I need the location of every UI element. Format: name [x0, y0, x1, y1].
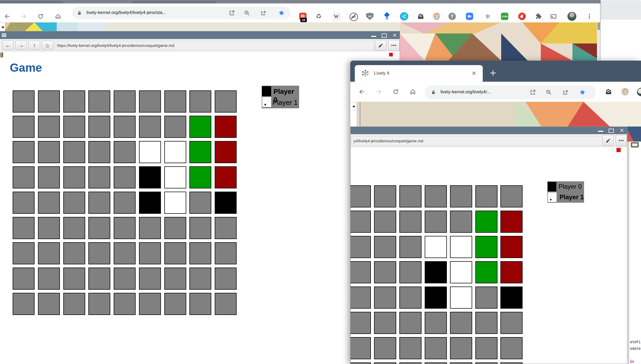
board-cell[interactable] — [215, 268, 237, 290]
board-cell[interactable] — [475, 337, 498, 359]
board-cell[interactable] — [189, 242, 211, 264]
chrome-menu-icon[interactable] — [588, 13, 591, 20]
board-cell[interactable] — [399, 287, 422, 309]
forward-icon[interactable] — [20, 13, 27, 20]
extensions-puzzle-icon[interactable] — [535, 13, 542, 20]
lively2-url-field[interactable]: y4/lively4-jens/demos/croquet/game.md — [351, 136, 604, 145]
board-cell[interactable] — [139, 192, 161, 214]
board-cell[interactable] — [13, 242, 35, 264]
board-cell[interactable] — [164, 217, 186, 239]
board-cell[interactable] — [399, 261, 422, 283]
chrome2-tab[interactable]: Lively 4 — [355, 65, 483, 82]
board-cell[interactable] — [63, 242, 85, 264]
board-cell[interactable] — [13, 141, 35, 163]
board-cell[interactable] — [500, 312, 523, 334]
board-cell[interactable] — [374, 236, 396, 258]
sidebar-flap[interactable]: ◀ — [350, 102, 357, 110]
board-cell[interactable] — [399, 362, 422, 364]
reload-icon[interactable] — [393, 89, 399, 95]
board-cell[interactable] — [475, 287, 498, 309]
board-cell[interactable] — [215, 217, 237, 239]
board-cell[interactable] — [374, 211, 396, 233]
board-cell[interactable] — [399, 185, 422, 207]
board-cell[interactable] — [38, 90, 60, 113]
board-cell[interactable] — [399, 211, 422, 233]
nav-up-button[interactable]: ↑ — [28, 41, 40, 50]
board-cell[interactable] — [500, 236, 523, 258]
zoom-out-icon[interactable] — [244, 10, 250, 16]
board-cell[interactable] — [215, 116, 237, 138]
board-cell[interactable] — [88, 90, 110, 113]
board-cell[interactable] — [164, 268, 186, 290]
cast-icon[interactable] — [549, 13, 557, 20]
extension-ublock-icon[interactable]: UO — [366, 13, 374, 20]
board-cell[interactable] — [350, 337, 371, 359]
extension-persona-icon[interactable] — [433, 13, 440, 20]
board-cell[interactable] — [13, 116, 35, 138]
board-cell[interactable] — [189, 90, 211, 113]
board-cell[interactable] — [374, 312, 396, 334]
board-cell[interactable] — [500, 211, 523, 233]
edit-button[interactable] — [602, 135, 614, 146]
board-cell[interactable] — [215, 242, 237, 264]
forward-icon[interactable] — [375, 89, 382, 95]
board-cell[interactable] — [350, 362, 371, 364]
tab-close-icon[interactable] — [472, 71, 476, 76]
close-button[interactable] — [393, 33, 397, 37]
board-cell[interactable] — [399, 312, 422, 334]
share-icon[interactable] — [562, 89, 569, 95]
board-cell[interactable] — [114, 166, 136, 188]
board-cell[interactable] — [63, 90, 85, 113]
player1-swatch-dropdown[interactable]: ▼ — [262, 97, 271, 107]
editor-code-line[interactable]: ic — [630, 359, 634, 363]
extension-zoom-icon[interactable] — [466, 13, 473, 20]
board-cell[interactable] — [450, 261, 472, 283]
omnibox-url[interactable]: lively-kernel.org/lively4/lively4-jens/s… — [87, 10, 226, 15]
board-cell[interactable] — [139, 293, 161, 315]
board-cell[interactable] — [374, 287, 396, 309]
board-cell[interactable] — [475, 362, 498, 364]
board-cell[interactable] — [374, 362, 396, 364]
lively1-titlebar[interactable] — [0, 31, 400, 39]
board-cell[interactable] — [88, 141, 110, 163]
maximize-button[interactable] — [609, 129, 614, 133]
board-cell[interactable] — [425, 362, 447, 364]
board-cell[interactable] — [350, 211, 371, 233]
lively2-titlebar[interactable] — [351, 127, 627, 134]
board-cell[interactable] — [38, 141, 60, 163]
board-cell[interactable] — [189, 141, 211, 163]
board-cell[interactable] — [189, 192, 211, 214]
home-icon[interactable] — [55, 13, 61, 20]
board-cell[interactable] — [164, 242, 186, 264]
board-cell[interactable] — [350, 312, 371, 334]
board-cell[interactable] — [215, 166, 237, 188]
board-cell[interactable] — [450, 337, 472, 359]
profile-avatar[interactable] — [637, 88, 641, 96]
editor-code-line[interactable]: odate — [630, 346, 641, 351]
board-cell[interactable] — [38, 116, 60, 138]
board-cell[interactable] — [475, 312, 498, 334]
share-icon[interactable] — [260, 10, 267, 16]
board-cell[interactable] — [399, 236, 422, 258]
minimize-button[interactable] — [598, 131, 603, 132]
open-in-new-icon[interactable] — [229, 10, 235, 16]
extension-recycle-icon[interactable]: ♻ — [315, 13, 322, 20]
board-cell[interactable] — [13, 268, 35, 290]
board-cell[interactable] — [500, 185, 523, 207]
board-cell[interactable] — [114, 268, 136, 290]
board-cell[interactable] — [164, 166, 186, 188]
board-cell[interactable] — [38, 217, 60, 239]
board-cell[interactable] — [63, 116, 85, 138]
omnibox[interactable]: lively-kernel.org/lively4/... — [425, 85, 596, 99]
board-cell[interactable] — [139, 116, 161, 138]
extension-share-nodes-icon[interactable] — [400, 12, 408, 21]
board-cell[interactable] — [164, 293, 186, 315]
board-cell[interactable] — [450, 211, 472, 233]
sidebar-flap[interactable]: ◀ — [0, 22, 5, 32]
board-cell[interactable] — [139, 217, 161, 239]
chrome1-tab[interactable] — [132, 1, 216, 3]
board-cell[interactable] — [425, 185, 447, 207]
chrome1-tab[interactable] — [0, 1, 63, 3]
board-cell[interactable] — [215, 293, 237, 315]
extension-csp-icon[interactable]: CSP — [350, 13, 358, 21]
